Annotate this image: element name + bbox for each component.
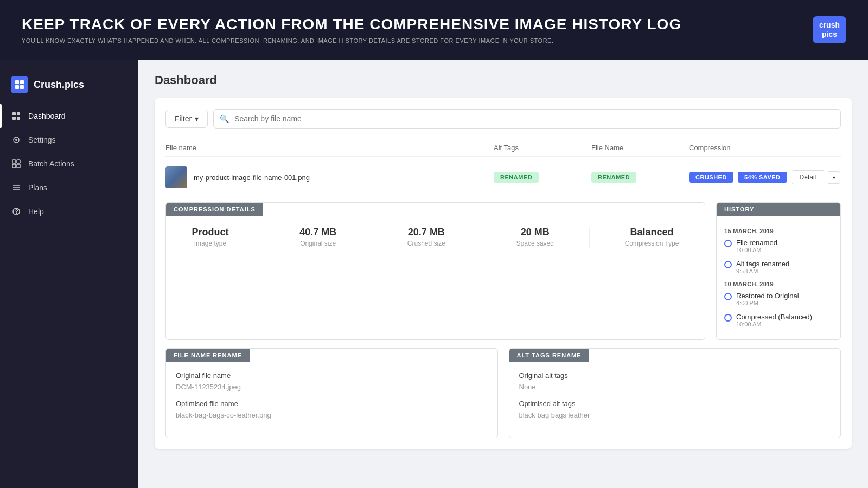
details-section: COMPRESSION DETAILS Product Image type 4… [165,202,841,340]
compression-details-box: COMPRESSION DETAILS Product Image type 4… [165,202,705,340]
file-name-text: my-product-image-file-name-001.png [194,174,310,182]
original-alt-label: Original alt tags [519,371,831,380]
stat-value-original: 40.7 MB [299,227,336,238]
history-dot [724,293,732,300]
history-content: 15 MARCH, 2019 File renamed 10:00 AM A [717,216,840,339]
optimised-file-value: black-bag-bags-co-leather.png [176,411,488,419]
col-filename: File name [165,144,494,152]
history-item: Compressed (Balanced) 10:00 AM [724,313,833,328]
help-icon: ? [11,206,22,217]
crushed-tag: CRUSHED [689,172,733,183]
banner-subtitle: YOU'LL KNOW EXACTLY WHAT'S HAPPENED AND … [22,37,681,44]
plans-icon [11,182,22,193]
dashboard-icon [11,111,22,121]
history-time-2: 9:58 AM [736,268,789,274]
alt-tag-cell: RENAMED [494,172,591,183]
alt-tags-rename-box: ALT TAGS RENAME Original alt tags None O… [509,348,841,438]
logo: crush pics [813,16,846,43]
saved-tag: 54% SAVED [738,172,787,183]
filter-bar: Filter ▾ 🔍 [165,109,841,129]
detail-button[interactable]: Detail [792,170,825,184]
history-dot [724,261,732,268]
svg-rect-2 [15,85,19,89]
stat-value-type2: Balanced [625,227,679,238]
sidebar-item-help[interactable]: ? Help [0,200,138,223]
svg-rect-3 [20,85,24,89]
sidebar-item-plans[interactable]: Plans [0,176,138,200]
history-item: File renamed 10:00 AM [724,239,833,253]
svg-rect-12 [12,164,16,168]
sidebar-item-label: Help [28,207,44,216]
history-action-4: Compressed (Balanced) [736,313,812,321]
history-item: Alt tags renamed 9:58 AM [724,260,833,274]
search-icon: 🔍 [220,114,229,123]
original-alt-value: None [519,383,831,391]
stat-divider [264,227,264,248]
svg-point-9 [15,139,17,141]
col-filename2: File Name [591,144,689,152]
sidebar: Crush.pics Dashboard Settings [0,60,138,488]
svg-rect-5 [17,112,20,115]
svg-rect-13 [17,164,20,168]
page-title: Dashboard [155,73,852,87]
history-header: HISTORY [717,203,840,216]
table-row: my-product-image-file-name-001.png RENAM… [165,161,841,194]
search-input[interactable] [213,109,841,129]
brand-name: Crush.pics [34,79,84,91]
compression-details-header: COMPRESSION DETAILS [166,203,263,216]
svg-rect-0 [15,80,19,84]
stat-label-crushed: Crushed size [407,240,445,247]
sidebar-item-label: Plans [28,183,47,192]
history-action-1: File renamed [736,239,777,247]
sidebar-item-dashboard[interactable]: Dashboard [0,104,138,128]
filter-label: Filter [175,114,192,123]
history-time-1: 10:00 AM [736,247,777,253]
logo-line2: pics [819,30,840,39]
sidebar-item-label: Batch Actions [28,159,74,168]
optimised-file-label: Optimised file name [176,400,488,408]
stat-compression-type: Balanced Compression Type [625,227,679,248]
alt-tags-rename-content: Original alt tags None Optimised alt tag… [509,362,841,438]
stat-space-saved: 20 MB Space saved [516,227,554,248]
stat-value-crushed: 20.7 MB [407,227,445,238]
stat-image-type: Product Image type [192,227,228,248]
stat-original-size: 40.7 MB Original size [299,227,336,248]
history-action-3: Restored to Original [736,292,799,300]
brand-icon [11,76,28,93]
logo-line1: crush [819,21,840,30]
file-thumbnail [165,166,187,188]
svg-rect-1 [20,80,24,84]
dashboard-card: Filter ▾ 🔍 File name Alt Tags File Name … [155,98,852,449]
history-date-2: 10 MARCH, 2019 [724,281,833,287]
history-dot [724,314,732,322]
file-name-tag-cell: RENAMED [591,172,689,183]
stat-divider [372,227,372,248]
file-name-cell: my-product-image-file-name-001.png [165,166,494,188]
svg-rect-6 [12,117,16,120]
file-name-status: RENAMED [591,172,636,183]
alt-tags-rename-header: ALT TAGS RENAME [509,349,589,362]
filter-button[interactable]: Filter ▾ [165,110,208,128]
banner-title: KEEP TRACK OF EVERY ACTION FROM THE COMP… [22,16,681,33]
top-banner: KEEP TRACK OF EVERY ACTION FROM THE COMP… [0,0,868,60]
rename-sections: FILE NAME RENAME Original file name DCM-… [165,348,841,438]
svg-rect-4 [12,112,16,115]
sidebar-item-label: Dashboard [28,112,66,120]
stat-divider [481,227,481,248]
sidebar-item-settings[interactable]: Settings [0,128,138,152]
file-name-rename-content: Original file name DCM-11235234.jpeg Opt… [166,362,497,438]
optimised-alt-value: black bag bags leather [519,411,831,419]
svg-rect-10 [12,160,16,163]
stat-value-saved: 20 MB [516,227,554,238]
sidebar-item-batch-actions[interactable]: Batch Actions [0,152,138,176]
svg-rect-11 [17,160,20,163]
search-container: 🔍 [213,109,841,129]
settings-icon [11,134,22,145]
filter-chevron-icon: ▾ [195,114,199,123]
detail-arrow-button[interactable]: ▾ [828,171,840,184]
file-name-rename-header: FILE NAME RENAME [166,349,250,362]
table-header: File name Alt Tags File Name Compression [165,139,841,157]
history-dot [724,240,732,247]
stat-divider [589,227,590,248]
stat-value-type: Product [192,227,228,238]
